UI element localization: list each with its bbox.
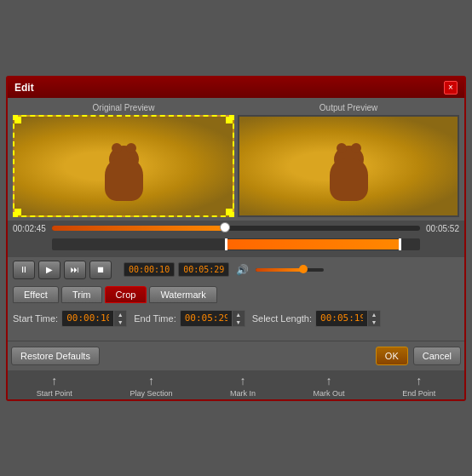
output-bear-body	[330, 158, 368, 201]
timeline-area: 00:02:45 00:05:52	[8, 221, 464, 257]
output-video	[238, 115, 459, 217]
original-video-content	[14, 117, 233, 215]
volume-fill	[256, 268, 303, 272]
cancel-button[interactable]: Cancel	[413, 347, 461, 365]
end-time-input[interactable]	[181, 311, 232, 325]
volume-slider[interactable]	[256, 268, 324, 272]
mark-out-arrow: ↑	[326, 374, 332, 387]
end-time-group: End Time: ▲ ▼	[134, 310, 245, 327]
window-title: Edit	[14, 82, 34, 94]
action-row: Restore Defaults OK Cancel	[8, 341, 464, 370]
bear-ear-right	[126, 143, 136, 153]
start-time-spinners: ▲ ▼	[113, 311, 126, 326]
select-length-up[interactable]: ▲	[368, 311, 380, 318]
select-length-down[interactable]: ▼	[368, 318, 380, 326]
segment-marker-left[interactable]	[225, 238, 227, 250]
timeline-bar: 00:02:45 00:05:52	[13, 224, 459, 233]
mark-out-display: 00:05:29	[178, 262, 229, 277]
select-length-input-box: ▲ ▼	[315, 310, 381, 327]
end-time-label: End Time:	[134, 313, 176, 324]
mark-in-display: 00:00:10	[124, 262, 175, 277]
bear-ear-left	[112, 143, 122, 153]
segment-marker-right[interactable]	[399, 238, 401, 250]
original-video	[13, 115, 234, 217]
crop-corner-br	[226, 209, 233, 215]
tab-watermark[interactable]: Watermark	[149, 286, 216, 303]
tabs-row: Effect Trim Crop Watermark	[8, 283, 464, 303]
controls-container: ⏸ ▶ ⏭ ⏹ 00:00:10 00:05:29 🔊	[8, 257, 464, 283]
end-time-down[interactable]: ▼	[233, 318, 245, 326]
start-time-up[interactable]: ▲	[114, 311, 126, 318]
select-length-label: Select Length:	[252, 313, 312, 324]
start-point-text: Start Point	[37, 389, 72, 398]
time-inputs-row: Start Time: ▲ ▼ End Time: ▲ ▼	[13, 310, 459, 327]
close-button[interactable]: ×	[444, 81, 458, 95]
timeline-fill	[52, 226, 225, 231]
select-length-spinners: ▲ ▼	[367, 311, 380, 326]
play-section-arrow: ↑	[148, 374, 154, 387]
pause-button[interactable]: ⏸	[13, 261, 35, 279]
play-button[interactable]: ▶	[38, 261, 60, 279]
original-preview-label: Original Preview	[93, 103, 155, 112]
segment-row	[13, 237, 459, 254]
timeline-thumb[interactable]	[220, 222, 230, 232]
end-point-arrow: ↑	[416, 374, 422, 387]
segment-fill	[225, 239, 401, 249]
tab-crop[interactable]: Crop	[105, 286, 147, 303]
select-length-group: Select Length: ▲ ▼	[252, 310, 381, 327]
stop-button[interactable]: ⏹	[89, 261, 112, 279]
start-point-arrow: ↑	[51, 374, 57, 387]
output-bear-ear-right	[351, 143, 361, 153]
bottom-labels-row: ↑ Start Point ↑ Play Section ↑ Mark In ↑…	[8, 370, 464, 399]
volume-icon: 🔊	[236, 264, 249, 276]
bear-figure	[101, 146, 147, 201]
mark-in-text: Mark In	[230, 389, 256, 398]
main-panel: Start Time: ▲ ▼ End Time: ▲ ▼	[8, 303, 464, 341]
start-time-down[interactable]: ▼	[114, 318, 126, 326]
select-length-input[interactable]	[316, 311, 367, 325]
end-time-spinners: ▲ ▼	[232, 311, 245, 326]
preview-area: Original Preview Output P	[8, 98, 464, 221]
start-time-label: Start Time:	[13, 313, 58, 324]
step-button[interactable]: ⏭	[64, 261, 86, 279]
end-point-label-item: ↑ End Point	[402, 374, 435, 398]
output-bear-figure	[325, 146, 372, 201]
confirm-buttons: OK Cancel	[376, 347, 461, 365]
mark-in-arrow: ↑	[239, 374, 245, 387]
ok-button[interactable]: OK	[376, 347, 408, 365]
edit-window: Edit × Original Preview	[6, 76, 466, 401]
tab-trim[interactable]: Trim	[61, 286, 102, 303]
output-preview-label: Output Preview	[319, 103, 377, 112]
original-preview-pane: Original Preview	[13, 103, 234, 217]
title-bar: Edit ×	[8, 77, 464, 98]
timeline-start-time: 00:02:45	[13, 224, 47, 233]
output-video-content	[239, 117, 458, 215]
mark-out-text: Mark Out	[314, 389, 345, 398]
start-time-group: Start Time: ▲ ▼	[13, 310, 127, 327]
output-bear-ear-left	[337, 143, 347, 153]
segment-track[interactable]	[52, 238, 420, 250]
crop-corner-bl	[14, 209, 21, 215]
start-time-input-box: ▲ ▼	[61, 310, 127, 327]
timeline-track[interactable]	[52, 226, 420, 231]
play-section-label-item: ↑ Play Section	[130, 374, 172, 398]
end-time-up[interactable]: ▲	[233, 311, 245, 318]
crop-corner-tr	[226, 117, 233, 123]
start-time-input[interactable]	[62, 311, 113, 325]
bear-body	[105, 158, 143, 201]
end-point-text: End Point	[402, 389, 435, 398]
timeline-end-time: 00:05:52	[425, 224, 459, 233]
tab-effect[interactable]: Effect	[13, 286, 59, 303]
mark-in-label-item: ↑ Mark In	[230, 374, 256, 398]
play-section-text: Play Section	[130, 389, 172, 398]
start-point-label-item: ↑ Start Point	[37, 374, 72, 398]
restore-defaults-button[interactable]: Restore Defaults	[11, 347, 100, 365]
crop-corner-tl	[14, 117, 21, 123]
end-time-input-box: ▲ ▼	[180, 310, 245, 327]
volume-thumb[interactable]	[299, 265, 308, 273]
output-preview-pane: Output Preview	[238, 103, 459, 217]
mark-out-label-item: ↑ Mark Out	[314, 374, 345, 398]
